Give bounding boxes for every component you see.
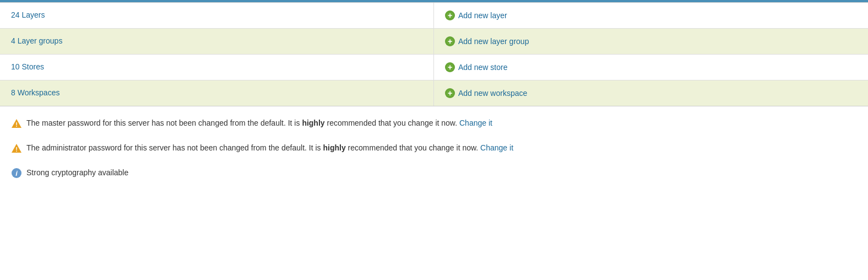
stat-row-layers: 24 Layers+Add new layer	[0, 3, 868, 29]
alert-link-master-password[interactable]: Change it	[459, 119, 492, 127]
add-label-stores: Add new store	[458, 63, 508, 72]
plus-icon-stores: +	[445, 62, 455, 72]
add-link-layer-groups[interactable]: +Add new layer group	[445, 36, 529, 46]
add-link-layers[interactable]: +Add new layer	[445, 10, 507, 20]
plus-icon-workspaces: +	[445, 88, 455, 98]
svg-text:i: i	[15, 169, 18, 177]
plus-icon-layers: +	[445, 10, 455, 20]
warning-icon-admin-password: !	[11, 143, 22, 157]
alert-bold-admin-password: highly	[323, 143, 346, 152]
svg-text:!: !	[15, 146, 18, 153]
stat-cell-left-workspaces: 8 Workspaces	[0, 80, 434, 106]
stat-cell-right-stores: +Add new store	[434, 55, 868, 80]
stats-table: 24 Layers+Add new layer4 Layer groups+Ad…	[0, 2, 868, 106]
add-link-workspaces[interactable]: +Add new workspace	[445, 88, 527, 98]
stat-row-workspaces: 8 Workspaces+Add new workspace	[0, 80, 868, 106]
stat-cell-left-layers: 24 Layers	[0, 3, 434, 28]
stat-link-layers[interactable]: 24 Layers	[11, 10, 45, 19]
stat-link-layer-groups[interactable]: 4 Layer groups	[11, 36, 62, 45]
warning-icon-master-password: !	[11, 118, 22, 132]
stat-link-stores[interactable]: 10 Stores	[11, 62, 44, 71]
alert-row-strong-crypto: iStrong cryptography available	[11, 167, 857, 182]
stat-cell-right-layer-groups: +Add new layer group	[434, 29, 868, 54]
alert-row-master-password: !The master password for this server has…	[11, 117, 857, 132]
add-label-layers: Add new layer	[458, 11, 507, 20]
alert-link-admin-password[interactable]: Change it	[480, 143, 513, 152]
alert-text-strong-crypto: Strong cryptography available	[26, 167, 128, 179]
add-label-workspaces: Add new workspace	[458, 89, 527, 98]
svg-text:!: !	[15, 121, 18, 128]
alert-bold-master-password: highly	[302, 119, 324, 127]
stat-row-layer-groups: 4 Layer groups+Add new layer group	[0, 29, 868, 55]
alert-row-admin-password: !The administrator password for this ser…	[11, 142, 857, 157]
main-container: 24 Layers+Add new layer4 Layer groups+Ad…	[0, 0, 868, 280]
stat-cell-right-layers: +Add new layer	[434, 3, 868, 28]
alert-text-master-password: The master password for this server has …	[26, 117, 492, 129]
stat-row-stores: 10 Stores+Add new store	[0, 55, 868, 80]
info-icon-strong-crypto: i	[11, 168, 22, 182]
plus-icon-layer-groups: +	[445, 36, 455, 46]
stat-cell-left-layer-groups: 4 Layer groups	[0, 29, 434, 54]
add-label-layer-groups: Add new layer group	[458, 37, 529, 46]
stat-cell-right-workspaces: +Add new workspace	[434, 80, 868, 106]
stat-cell-left-stores: 10 Stores	[0, 55, 434, 80]
alert-text-admin-password: The administrator password for this serv…	[26, 142, 513, 154]
stat-link-workspaces[interactable]: 8 Workspaces	[11, 88, 59, 97]
alerts-section: !The master password for this server has…	[0, 106, 868, 197]
add-link-stores[interactable]: +Add new store	[445, 62, 508, 72]
